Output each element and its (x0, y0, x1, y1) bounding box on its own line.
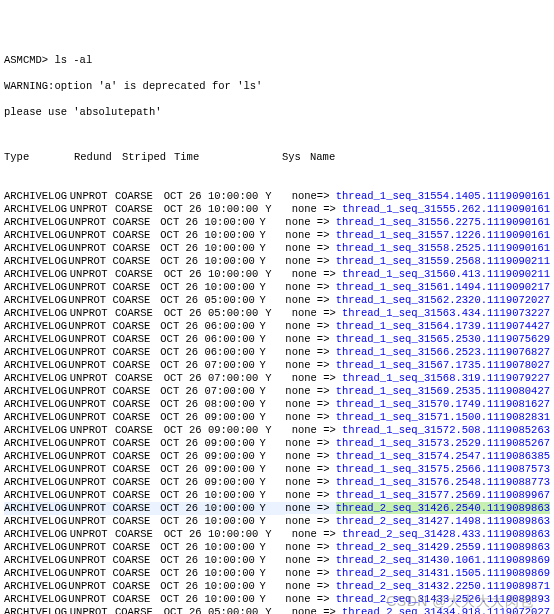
cell-redund: UNPROT (70, 372, 115, 385)
file-name: thread_1_seq_31567.1735.1119078027 (336, 359, 550, 371)
none-prefix: none => (285, 515, 335, 527)
cell-name: none => thread_2_seq_31430.1061.11190898… (285, 554, 550, 567)
table-row: ARCHIVELOGUNPROTCOARSEOCT 26 09:00:00Yno… (4, 424, 550, 437)
table-row: ARCHIVELOGUNPROTCOARSEOCT 26 06:00:00Yno… (4, 346, 550, 359)
cell-sys: Y (260, 398, 286, 411)
cell-redund: UNPROT (70, 190, 115, 203)
file-name: thread_1_seq_31568.319.1119079227 (342, 372, 550, 384)
none-prefix: none => (285, 489, 335, 501)
cell-type: ARCHIVELOG (4, 255, 68, 268)
table-row: ARCHIVELOGUNPROTCOARSEOCT 26 10:00:00Yno… (4, 554, 550, 567)
cell-redund: UNPROT (68, 450, 112, 463)
cell-redund: UNPROT (70, 606, 115, 614)
cell-time: OCT 26 05:00:00 (160, 294, 259, 307)
prompt-line: ASMCMD> ls -al (4, 54, 550, 67)
file-name: thread_2_seq_31432.2250.1119089871 (336, 580, 550, 592)
cell-striped: COARSE (112, 554, 160, 567)
table-row: ARCHIVELOGUNPROTCOARSEOCT 26 10:00:00Yno… (4, 203, 550, 216)
cell-sys: Y (260, 385, 286, 398)
cell-type: ARCHIVELOG (4, 489, 68, 502)
cell-time: OCT 26 09:00:00 (160, 463, 259, 476)
cell-name: none => thread_1_seq_31574.2547.11190863… (285, 450, 550, 463)
cell-sys: Y (260, 411, 286, 424)
cell-redund: UNPROT (68, 229, 112, 242)
cell-time: OCT 26 09:00:00 (160, 411, 259, 424)
cell-redund: UNPROT (70, 268, 115, 281)
cell-type: ARCHIVELOG (4, 437, 68, 450)
cell-redund: UNPROT (68, 554, 112, 567)
cell-sys: Y (265, 372, 291, 385)
cell-striped: COARSE (115, 307, 164, 320)
file-name: thread_1_seq_31576.2548.1119088773 (336, 476, 550, 488)
file-name: thread_1_seq_31563.434.1119073227 (342, 307, 550, 319)
cell-striped: COARSE (112, 489, 160, 502)
cell-time: OCT 26 09:00:00 (160, 476, 259, 489)
cell-redund: UNPROT (68, 216, 112, 229)
none-prefix: none => (285, 580, 335, 592)
cell-time: OCT 26 07:00:00 (164, 372, 266, 385)
cell-sys: Y (260, 346, 286, 359)
file-name: thread_1_seq_31565.2530.1119075629 (336, 333, 550, 345)
cell-sys: Y (265, 424, 291, 437)
file-name: thread_1_seq_31575.2566.1119087573 (336, 463, 550, 475)
cell-striped: COARSE (112, 476, 160, 489)
watermark: CSDN @大大大大肉包 (386, 595, 534, 608)
cell-redund: UNPROT (70, 424, 115, 437)
cell-redund: UNPROT (68, 242, 112, 255)
cell-striped: COARSE (115, 190, 164, 203)
table-row: ARCHIVELOGUNPROTCOARSEOCT 26 10:00:00Yno… (4, 528, 550, 541)
cell-time: OCT 26 10:00:00 (164, 203, 266, 216)
cell-name: none => thread_1_seq_31561.1494.11190902… (285, 281, 550, 294)
cell-sys: Y (260, 294, 286, 307)
cell-time: OCT 26 10:00:00 (160, 515, 259, 528)
cell-type: ARCHIVELOG (4, 281, 68, 294)
cell-sys: Y (265, 528, 291, 541)
file-name: thread_1_seq_31554.1405.1119090161 (336, 190, 550, 202)
cell-time: OCT 26 10:00:00 (160, 242, 259, 255)
cell-sys: Y (260, 255, 286, 268)
cell-striped: COARSE (112, 593, 160, 606)
cell-name: none => thread_1_seq_31562.2320.11190720… (285, 294, 550, 307)
cell-striped: COARSE (112, 450, 160, 463)
cell-striped: COARSE (112, 463, 160, 476)
cell-sys: Y (260, 242, 286, 255)
cell-type: ARCHIVELOG (4, 372, 70, 385)
table-row: ARCHIVELOGUNPROTCOARSEOCT 26 10:00:00Yno… (4, 502, 550, 515)
none-prefix: none => (285, 541, 335, 553)
cell-sys: Y (260, 515, 286, 528)
cell-name: none => thread_1_seq_31556.2275.11190901… (285, 216, 550, 229)
cell-name: none=> thread_1_seq_31554.1405.111909016… (292, 190, 550, 203)
none-prefix: none => (285, 255, 335, 267)
none-prefix: none => (285, 450, 335, 462)
none-prefix: none => (285, 385, 335, 397)
file-name: thread_1_seq_31557.1226.1119090161 (336, 229, 550, 241)
table-row: ARCHIVELOGUNPROTCOARSEOCT 26 06:00:00Yno… (4, 320, 550, 333)
cell-time: OCT 26 07:00:00 (160, 385, 259, 398)
file-name: thread_2_seq_31428.433.1119089863 (342, 528, 550, 540)
table-row: ARCHIVELOGUNPROTCOARSEOCT 26 10:00:00Yno… (4, 541, 550, 554)
file-name: thread_2_seq_31430.1061.1119089869 (336, 554, 550, 566)
cell-name: none => thread_2_seq_31429.2559.11190898… (285, 541, 550, 554)
cell-time: OCT 26 09:00:00 (160, 450, 259, 463)
cell-type: ARCHIVELOG (4, 541, 68, 554)
file-name: thread_1_seq_31559.2568.1119090211 (336, 255, 550, 267)
file-name: thread_1_seq_31571.1500.1119082831 (336, 411, 550, 423)
cell-name: none => thread_1_seq_31576.2548.11190887… (285, 476, 550, 489)
cell-sys: Y (260, 229, 286, 242)
cell-time: OCT 26 06:00:00 (160, 346, 259, 359)
table-header: Type Redund Striped Time Sys Name (4, 151, 550, 164)
cell-redund: UNPROT (68, 411, 112, 424)
cell-time: OCT 26 10:00:00 (160, 281, 259, 294)
cell-redund: UNPROT (68, 567, 112, 580)
table-row: ARCHIVELOGUNPROTCOARSEOCT 26 10:00:00Yno… (4, 580, 550, 593)
cell-striped: COARSE (112, 229, 160, 242)
none-prefix: none => (285, 437, 335, 449)
cell-redund: UNPROT (68, 489, 112, 502)
cell-striped: COARSE (112, 541, 160, 554)
none-prefix: none => (285, 567, 335, 579)
none-prefix: none => (285, 216, 335, 228)
none-prefix: none => (285, 242, 335, 254)
none-prefix: none => (285, 229, 335, 241)
cell-striped: COARSE (112, 437, 160, 450)
cell-striped: COARSE (112, 515, 160, 528)
